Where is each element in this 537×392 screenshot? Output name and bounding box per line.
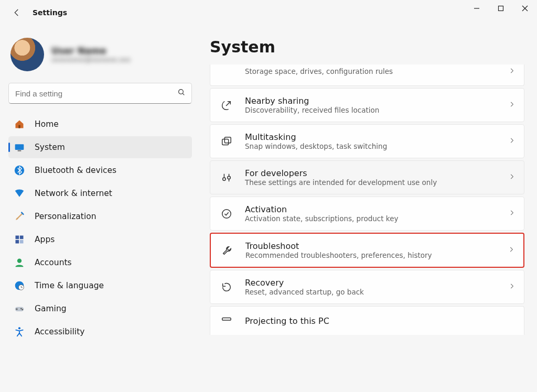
card-title: Multitasking (245, 132, 497, 142)
maximize-button[interactable] (489, 0, 513, 17)
sidebar-item-personalization[interactable]: Personalization (8, 205, 192, 227)
card-title: Troubleshoot (245, 241, 496, 251)
svg-rect-24 (222, 318, 231, 321)
chevron-right-icon (508, 67, 515, 77)
settings-card-for-developers[interactable]: For developers These settings are intend… (210, 160, 524, 194)
sidebar-item-home[interactable]: Home (8, 113, 192, 135)
sidebar-item-label: Gaming (35, 304, 67, 313)
settings-card-troubleshoot[interactable]: Troubleshoot Recommended troubleshooters… (210, 233, 524, 268)
svg-rect-13 (20, 240, 24, 244)
settings-card-activation[interactable]: Activation Activation state, subscriptio… (210, 197, 524, 231)
svg-rect-7 (15, 144, 24, 150)
user-name: User Name (51, 46, 131, 56)
svg-point-23 (222, 209, 231, 218)
search-input[interactable] (8, 83, 192, 104)
user-email: xxxxxxxxx@xxxxxxx.xxx (51, 56, 131, 63)
sidebar-item-accessibility[interactable]: Accessibility (8, 321, 192, 343)
svg-rect-11 (20, 236, 24, 239)
paintbrush-icon (14, 211, 25, 222)
projecting-icon (220, 314, 233, 328)
svg-rect-8 (18, 150, 22, 151)
close-button[interactable] (513, 0, 537, 17)
app-title: Settings (33, 8, 67, 17)
settings-card-nearby-sharing[interactable]: Nearby sharing Discoverability, received… (210, 88, 524, 122)
chevron-right-icon (508, 282, 515, 292)
svg-rect-10 (16, 236, 19, 239)
settings-card-multitasking[interactable]: Multitasking Snap windows, desktops, tas… (210, 124, 524, 158)
sidebar-item-accounts[interactable]: Accounts (8, 252, 192, 274)
gamepad-icon (14, 303, 25, 314)
card-title: Nearby sharing (245, 96, 497, 106)
wifi-icon (14, 188, 25, 199)
system-icon (14, 141, 25, 153)
developers-icon (220, 171, 233, 184)
svg-rect-12 (16, 240, 19, 244)
wrench-icon (220, 244, 234, 257)
sidebar-item-apps[interactable]: Apps (8, 228, 192, 251)
sidebar-item-label: Bluetooth & devices (35, 166, 116, 175)
sidebar-item-label: Personalization (35, 212, 96, 221)
sidebar-item-network[interactable]: Network & internet (8, 182, 192, 204)
minimize-button[interactable] (465, 0, 489, 17)
storage-icon (220, 64, 233, 78)
card-title: For developers (245, 168, 497, 178)
chevron-right-icon (508, 100, 515, 110)
sidebar-item-label: Time & language (35, 281, 104, 290)
globe-clock-icon (14, 280, 25, 291)
card-desc: Storage space, drives, configuration rul… (245, 67, 497, 75)
card-title: Activation (245, 204, 497, 214)
svg-rect-22 (224, 137, 231, 143)
sidebar-item-system[interactable]: System (8, 136, 192, 158)
sidebar-item-time[interactable]: Time & language (8, 275, 192, 297)
card-desc: Discoverability, received files location (245, 106, 497, 114)
svg-point-14 (17, 259, 22, 263)
sidebar-item-label: Home (35, 119, 59, 129)
sidebar: User Name xxxxxxxxx@xxxxxxx.xxx Home Sy (0, 25, 199, 392)
svg-rect-1 (499, 6, 503, 11)
search-icon[interactable] (177, 88, 186, 99)
chevron-right-icon (508, 245, 515, 255)
main-content: System Storage space, drives, configurat… (199, 25, 537, 392)
svg-point-20 (18, 327, 20, 329)
svg-rect-21 (222, 139, 229, 145)
profile-block[interactable]: User Name xxxxxxxxx@xxxxxxx.xxx (8, 38, 192, 71)
card-desc: Snap windows, desktops, task switching (245, 142, 497, 150)
svg-line-5 (182, 93, 184, 95)
avatar (10, 38, 44, 71)
sidebar-item-gaming[interactable]: Gaming (8, 298, 192, 320)
chevron-right-icon (508, 136, 515, 146)
share-icon (220, 99, 233, 112)
sidebar-item-label: Network & internet (35, 189, 112, 198)
card-desc: Activation state, subscriptions, product… (245, 214, 497, 223)
svg-point-19 (22, 309, 24, 310)
sidebar-item-label: Apps (35, 235, 55, 244)
titlebar: Settings (0, 0, 537, 25)
person-icon (14, 257, 25, 268)
sidebar-item-bluetooth[interactable]: Bluetooth & devices (8, 159, 192, 181)
card-desc: Recommended troubleshooters, preferences… (245, 251, 496, 259)
chevron-right-icon (508, 209, 515, 219)
settings-card-recovery[interactable]: Recovery Reset, advanced startup, go bac… (210, 270, 524, 304)
card-desc: Reset, advanced startup, go back (245, 288, 497, 296)
apps-icon (14, 234, 25, 245)
multitasking-icon (220, 135, 233, 148)
home-icon (14, 118, 25, 130)
bluetooth-icon (14, 165, 25, 176)
accessibility-icon (14, 326, 25, 337)
card-title: Projecting to this PC (245, 316, 515, 326)
svg-point-4 (179, 90, 184, 94)
sidebar-item-label: Accounts (35, 258, 72, 267)
sidebar-item-label: Accessibility (35, 327, 84, 336)
card-title: Recovery (245, 278, 497, 288)
page-title: System (210, 38, 524, 56)
check-circle-icon (220, 207, 233, 221)
recovery-icon (220, 280, 233, 294)
back-button[interactable] (9, 5, 24, 20)
svg-point-18 (20, 308, 22, 310)
settings-card-projecting[interactable]: Projecting to this PC (210, 306, 524, 335)
svg-rect-6 (18, 125, 20, 128)
card-desc: These settings are intended for developm… (245, 178, 497, 187)
sidebar-item-label: System (35, 143, 65, 152)
chevron-right-icon (508, 172, 515, 182)
settings-card-storage[interactable]: Storage space, drives, configuration rul… (210, 64, 524, 86)
